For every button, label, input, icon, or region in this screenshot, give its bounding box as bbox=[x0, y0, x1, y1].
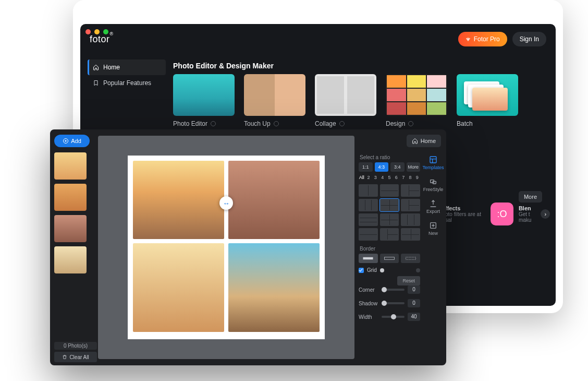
tab-freestyle[interactable]: FreeStyle bbox=[423, 177, 444, 192]
count-7[interactable]: 7 bbox=[400, 175, 406, 180]
thumb-collage bbox=[315, 74, 376, 116]
tab-new[interactable]: New bbox=[428, 221, 438, 236]
width-value: 40 bbox=[408, 313, 420, 321]
border-style-solid[interactable] bbox=[359, 254, 378, 263]
svg-rect-6 bbox=[384, 257, 394, 259]
corner-value: 0 bbox=[408, 285, 420, 294]
shadow-label: Shadow bbox=[359, 301, 378, 306]
count-all[interactable]: All bbox=[359, 175, 364, 180]
card-design[interactable]: Design bbox=[386, 74, 447, 127]
promo-row: ffects oto filters are at sal :O Blen Ge… bbox=[445, 203, 550, 225]
border-label: Border bbox=[360, 246, 420, 252]
add-photo-button[interactable]: Add bbox=[54, 135, 90, 147]
count-4[interactable]: 4 bbox=[379, 175, 385, 180]
card-batch[interactable]: Batch bbox=[457, 74, 518, 127]
home-icon bbox=[93, 64, 99, 70]
nav-popular-features[interactable]: Popular Features bbox=[88, 75, 166, 91]
grid-checkbox[interactable] bbox=[359, 268, 364, 273]
corner-slider[interactable] bbox=[382, 289, 405, 291]
thumb-design bbox=[386, 74, 447, 116]
clear-all-button[interactable]: Clear All bbox=[54, 352, 97, 362]
fotor-pro-button[interactable]: Fotor Pro bbox=[458, 32, 507, 46]
collage-cell[interactable] bbox=[228, 243, 320, 332]
layout-grid bbox=[359, 184, 420, 241]
carousel-next[interactable]: › bbox=[541, 209, 550, 219]
color-dot-light[interactable] bbox=[380, 268, 384, 272]
width-label: Width bbox=[359, 314, 378, 320]
ratio-1-1[interactable]: 1:1 bbox=[359, 162, 373, 172]
layout-option[interactable] bbox=[359, 184, 378, 197]
template-panel: Select a ratio 1:1 4:3 3:4 More All 2 3 … bbox=[359, 152, 420, 361]
plus-circle-icon bbox=[63, 138, 69, 144]
svg-rect-5 bbox=[363, 257, 373, 259]
bookmark-icon bbox=[93, 80, 99, 86]
collage-editor-window: Add 0 Photo(s) Clear All ↔ Home bbox=[50, 129, 446, 365]
editor-home-button[interactable]: Home bbox=[407, 135, 441, 147]
count-8[interactable]: 8 bbox=[407, 175, 413, 180]
divider-handle[interactable]: ↔ bbox=[219, 196, 233, 210]
cell-count-row: All 2 3 4 5 6 7 8 9 bbox=[359, 175, 420, 180]
collage-cell[interactable] bbox=[133, 161, 224, 239]
ratio-4-3[interactable]: 4:3 bbox=[375, 162, 389, 172]
layout-option[interactable] bbox=[401, 228, 420, 241]
layout-option[interactable] bbox=[380, 228, 399, 241]
shadow-slider[interactable] bbox=[382, 302, 405, 304]
layout-option[interactable] bbox=[380, 213, 399, 226]
tray-thumb[interactable] bbox=[54, 152, 87, 180]
svg-rect-7 bbox=[406, 257, 415, 259]
thumb-batch bbox=[457, 74, 518, 116]
tray-thumb[interactable] bbox=[54, 215, 87, 242]
card-touch-up[interactable]: Touch Up bbox=[244, 74, 305, 127]
info-icon bbox=[339, 121, 345, 126]
grid-label: Grid bbox=[367, 267, 377, 273]
layout-option[interactable] bbox=[401, 213, 420, 226]
card-photo-editor[interactable]: Photo Editor bbox=[173, 74, 235, 127]
layout-option[interactable] bbox=[359, 213, 378, 226]
grid-color-picker[interactable] bbox=[380, 268, 420, 273]
ratio-more[interactable]: More bbox=[407, 162, 421, 172]
tray-thumb[interactable] bbox=[54, 184, 87, 211]
collage-cell[interactable] bbox=[133, 243, 224, 332]
sign-in-button[interactable]: Sign In bbox=[512, 32, 546, 46]
layout-option[interactable] bbox=[380, 184, 399, 197]
count-6[interactable]: 6 bbox=[394, 175, 399, 180]
tray-thumb[interactable] bbox=[54, 246, 87, 273]
shadow-value: 0 bbox=[408, 299, 420, 307]
new-icon bbox=[429, 221, 437, 230]
promo-effects[interactable]: ffects oto filters are at sal bbox=[445, 205, 481, 223]
card-collage[interactable]: Collage bbox=[315, 74, 376, 127]
feature-cards: Photo Editor Touch Up Collage Design Bat… bbox=[173, 74, 546, 127]
info-icon bbox=[408, 121, 413, 126]
photo-count: 0 Photo(s) bbox=[54, 342, 97, 350]
layout-option[interactable] bbox=[401, 184, 420, 197]
layout-option[interactable] bbox=[359, 199, 378, 211]
border-style-pattern[interactable] bbox=[401, 254, 420, 263]
ratio-3-4[interactable]: 3:4 bbox=[390, 162, 405, 172]
editor-right-strip: Templates FreeStyle Export New bbox=[423, 156, 443, 236]
collage-cell[interactable] bbox=[228, 161, 320, 239]
width-slider[interactable] bbox=[382, 316, 405, 318]
info-icon bbox=[211, 121, 216, 126]
border-style-soft[interactable] bbox=[380, 254, 399, 263]
count-5[interactable]: 5 bbox=[386, 175, 392, 180]
color-dot-dark[interactable] bbox=[416, 268, 420, 272]
export-icon bbox=[429, 199, 437, 208]
ratio-label: Select a ratio bbox=[360, 154, 420, 160]
reset-button[interactable]: Reset bbox=[397, 276, 420, 285]
count-2[interactable]: 2 bbox=[365, 175, 371, 180]
border-pattern-icon bbox=[405, 256, 416, 261]
corner-label: Corner bbox=[359, 287, 378, 293]
layout-option[interactable] bbox=[359, 228, 378, 241]
count-9[interactable]: 9 bbox=[414, 175, 420, 180]
more-button[interactable]: More bbox=[519, 191, 542, 203]
nav-home[interactable]: Home bbox=[88, 59, 166, 75]
collage-board[interactable]: ↔ bbox=[128, 156, 325, 339]
border-solid-icon bbox=[362, 256, 374, 261]
layout-option[interactable] bbox=[380, 199, 399, 211]
layout-option[interactable] bbox=[401, 199, 420, 211]
blen-icon: :O bbox=[491, 203, 513, 225]
tab-templates[interactable]: Templates bbox=[422, 156, 444, 170]
tab-export[interactable]: Export bbox=[426, 199, 440, 214]
promo-blen[interactable]: :O Blen Get t maku bbox=[491, 203, 531, 225]
count-3[interactable]: 3 bbox=[373, 175, 378, 180]
